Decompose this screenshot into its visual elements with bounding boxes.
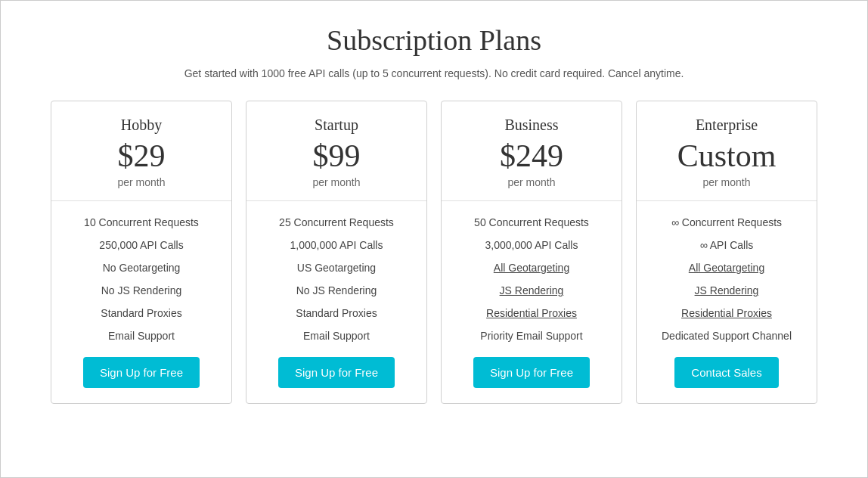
plan-feature-business-4[interactable]: Residential Proxies (486, 307, 577, 319)
plan-button-enterprise[interactable]: Contact Sales (674, 357, 778, 388)
plan-name-enterprise: Enterprise (649, 116, 804, 134)
plan-name-hobby: Hobby (64, 116, 219, 134)
plan-feature-enterprise-0: ∞ Concurrent Requests (671, 216, 782, 228)
plan-feature-hobby-2: No Geotargeting (103, 262, 181, 274)
page-title: Subscription Plans (327, 23, 541, 57)
plan-card-enterprise: EnterpriseCustomper month∞ Concurrent Re… (636, 101, 817, 404)
plan-feature-startup-3: No JS Rendering (296, 284, 377, 296)
plan-features-startup: 25 Concurrent Requests1,000,000 API Call… (246, 213, 426, 357)
plan-feature-hobby-0: 10 Concurrent Requests (84, 216, 199, 228)
plan-feature-startup-5: Email Support (303, 330, 370, 342)
plan-name-startup: Startup (259, 116, 414, 134)
plan-period-startup: per month (259, 176, 414, 188)
plan-feature-hobby-5: Email Support (108, 330, 175, 342)
plan-feature-startup-4: Standard Proxies (296, 307, 377, 319)
plan-feature-startup-0: 25 Concurrent Requests (279, 216, 394, 228)
plan-feature-enterprise-3[interactable]: JS Rendering (695, 284, 759, 296)
page-wrapper: Subscription Plans Get started with 1000… (0, 0, 868, 478)
plan-feature-business-3[interactable]: JS Rendering (500, 284, 564, 296)
plan-button-business[interactable]: Sign Up for Free (473, 357, 590, 388)
plan-header-startup: Startup$99per month (246, 101, 426, 201)
plan-button-startup[interactable]: Sign Up for Free (278, 357, 395, 388)
plan-header-business: Business$249per month (442, 101, 622, 201)
plan-feature-enterprise-2[interactable]: All Geotargeting (689, 262, 764, 274)
plan-feature-hobby-3: No JS Rendering (101, 284, 182, 296)
plan-feature-startup-1: 1,000,000 API Calls (290, 239, 383, 251)
plan-feature-startup-2: US Geotargeting (297, 262, 376, 274)
plan-feature-enterprise-5: Dedicated Support Channel (662, 330, 792, 342)
plan-feature-business-2[interactable]: All Geotargeting (494, 262, 569, 274)
plan-price-enterprise: Custom (649, 138, 804, 173)
plan-period-business: per month (454, 176, 609, 188)
plan-name-business: Business (454, 116, 609, 134)
plan-features-hobby: 10 Concurrent Requests250,000 API CallsN… (51, 213, 231, 357)
plan-feature-business-0: 50 Concurrent Requests (474, 216, 589, 228)
plan-card-business: Business$249per month50 Concurrent Reque… (441, 101, 622, 404)
plan-period-hobby: per month (64, 176, 219, 188)
plan-feature-hobby-4: Standard Proxies (101, 307, 181, 319)
plan-feature-hobby-1: 250,000 API Calls (99, 239, 183, 251)
page-subtitle: Get started with 1000 free API calls (up… (184, 67, 684, 79)
plan-period-enterprise: per month (649, 176, 804, 188)
plan-button-hobby[interactable]: Sign Up for Free (83, 357, 200, 388)
plan-price-business: $249 (454, 138, 609, 173)
plan-feature-enterprise-1: ∞ API Calls (700, 239, 754, 251)
plan-price-startup: $99 (259, 138, 414, 173)
plan-feature-business-1: 3,000,000 API Calls (485, 239, 578, 251)
plan-features-business: 50 Concurrent Requests3,000,000 API Call… (442, 213, 622, 357)
plan-feature-enterprise-4[interactable]: Residential Proxies (681, 307, 772, 319)
plan-feature-business-5: Priority Email Support (480, 330, 582, 342)
plan-card-hobby: Hobby$29per month10 Concurrent Requests2… (51, 101, 232, 404)
plan-price-hobby: $29 (64, 138, 219, 173)
plan-features-enterprise: ∞ Concurrent Requests∞ API CallsAll Geot… (637, 213, 817, 357)
plan-header-hobby: Hobby$29per month (51, 101, 231, 201)
plan-card-startup: Startup$99per month25 Concurrent Request… (246, 101, 427, 404)
plans-container: Hobby$29per month10 Concurrent Requests2… (23, 101, 845, 404)
plan-header-enterprise: EnterpriseCustomper month (637, 101, 817, 201)
